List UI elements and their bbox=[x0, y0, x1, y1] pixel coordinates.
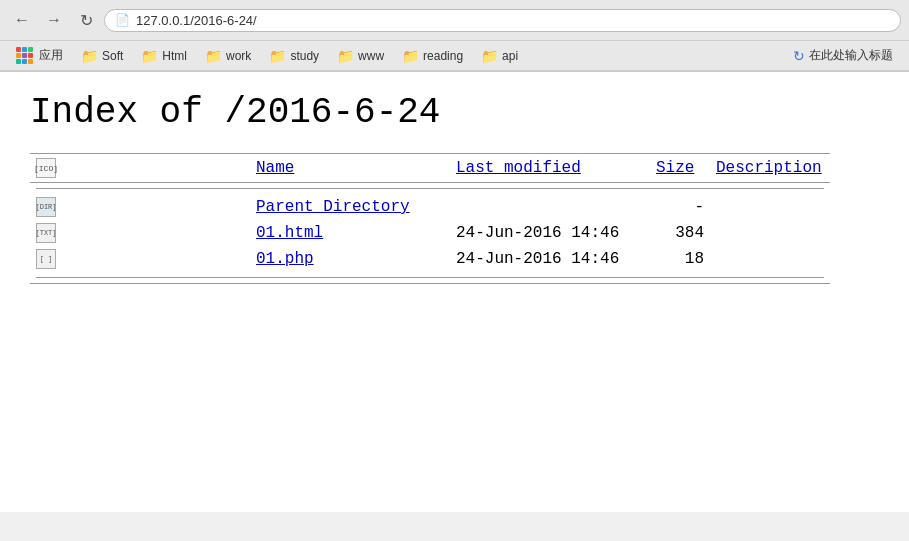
bookmark-apps[interactable]: 应用 bbox=[8, 44, 71, 67]
bookmarks-bar: 应用 📁 Soft 📁 Html 📁 work 📁 study 📁 www 📁 … bbox=[0, 41, 909, 71]
size-sort-link[interactable]: Size bbox=[656, 159, 694, 177]
file-desc-cell bbox=[710, 220, 830, 246]
unknown-icon: [ ] bbox=[36, 249, 56, 269]
nav-bar: ← → ↻ 📄 127.0.0.1/2016-6-24/ bbox=[0, 0, 909, 41]
bookmark-reading[interactable]: 📁 reading bbox=[394, 45, 471, 67]
file-size-cell: 384 bbox=[650, 220, 710, 246]
txt-icon: [TXT] bbox=[36, 223, 56, 243]
table-header-row: [ICO] Name Last modified Size Descriptio… bbox=[30, 154, 830, 183]
bookmark-www[interactable]: 📁 www bbox=[329, 45, 392, 67]
file-modified-cell: 24-Jun-2016 14:46 bbox=[450, 246, 650, 272]
bookmark-soft[interactable]: 📁 Soft bbox=[73, 45, 131, 67]
dir-icon: [DIR] bbox=[36, 197, 56, 217]
parent-directory-link[interactable]: Parent Directory bbox=[256, 198, 410, 216]
modified-sort-link[interactable]: Last modified bbox=[456, 159, 581, 177]
file-desc-cell bbox=[710, 246, 830, 272]
file-name-cell: 01.php bbox=[250, 246, 450, 272]
browser-chrome: ← → ↻ 📄 127.0.0.1/2016-6-24/ 应用 bbox=[0, 0, 909, 72]
folder-icon-api: 📁 bbox=[481, 48, 498, 64]
bookmark-work-label: work bbox=[226, 49, 251, 63]
file-name-cell: 01.html bbox=[250, 220, 450, 246]
folder-icon-study: 📁 bbox=[269, 48, 286, 64]
file-modified-cell bbox=[450, 194, 650, 220]
file-icon-cell: [ ] bbox=[30, 246, 250, 272]
name-sort-link[interactable]: Name bbox=[256, 159, 294, 177]
bookmark-soft-label: Soft bbox=[102, 49, 123, 63]
bookmark-html-label: Html bbox=[162, 49, 187, 63]
file-01html-link[interactable]: 01.html bbox=[256, 224, 323, 242]
directory-table: [ICO] Name Last modified Size Descriptio… bbox=[30, 153, 830, 284]
reload-button[interactable]: ↻ bbox=[72, 6, 100, 34]
description-sort-link[interactable]: Description bbox=[716, 159, 822, 177]
file-modified-cell: 24-Jun-2016 14:46 bbox=[450, 220, 650, 246]
col-header-icon: [ICO] bbox=[30, 154, 250, 183]
folder-icon-work: 📁 bbox=[205, 48, 222, 64]
col-header-name: Name bbox=[250, 154, 450, 183]
bookmark-apps-label: 应用 bbox=[39, 47, 63, 64]
file-icon-cell: [DIR] bbox=[30, 194, 250, 220]
table-row: [TXT] 01.html 24-Jun-2016 14:46 384 bbox=[30, 220, 830, 246]
reload-bookmark-icon: ↻ bbox=[793, 48, 805, 64]
table-row: [DIR] Parent Directory - bbox=[30, 194, 830, 220]
table-separator-2 bbox=[30, 272, 830, 284]
col-header-size: Size bbox=[650, 154, 710, 183]
file-size-cell: 18 bbox=[650, 246, 710, 272]
col-header-modified: Last modified bbox=[450, 154, 650, 183]
bookmark-study-label: study bbox=[290, 49, 319, 63]
address-text: 127.0.0.1/2016-6-24/ bbox=[136, 13, 257, 28]
page-icon: 📄 bbox=[115, 13, 130, 27]
bookmark-special[interactable]: ↻ 在此处输入标题 bbox=[785, 44, 901, 67]
folder-icon-soft: 📁 bbox=[81, 48, 98, 64]
bookmark-study[interactable]: 📁 study bbox=[261, 45, 327, 67]
folder-icon-reading: 📁 bbox=[402, 48, 419, 64]
file-desc-cell bbox=[710, 194, 830, 220]
page-title: Index of /2016-6-24 bbox=[30, 92, 879, 133]
back-button[interactable]: ← bbox=[8, 6, 36, 34]
file-name-cell: Parent Directory bbox=[250, 194, 450, 220]
file-size-cell: - bbox=[650, 194, 710, 220]
folder-icon-www: 📁 bbox=[337, 48, 354, 64]
file-01php-link[interactable]: 01.php bbox=[256, 250, 314, 268]
page-content: Index of /2016-6-24 [ICO] Name Last modi… bbox=[0, 72, 909, 512]
table-row: [ ] 01.php 24-Jun-2016 14:46 18 bbox=[30, 246, 830, 272]
col-header-description: Description bbox=[710, 154, 830, 183]
forward-button[interactable]: → bbox=[40, 6, 68, 34]
bookmark-www-label: www bbox=[358, 49, 384, 63]
bookmark-api-label: api bbox=[502, 49, 518, 63]
folder-icon-html: 📁 bbox=[141, 48, 158, 64]
bookmark-work[interactable]: 📁 work bbox=[197, 45, 259, 67]
bookmark-api[interactable]: 📁 api bbox=[473, 45, 526, 67]
address-bar[interactable]: 📄 127.0.0.1/2016-6-24/ bbox=[104, 9, 901, 32]
bookmark-html[interactable]: 📁 Html bbox=[133, 45, 195, 67]
apps-grid-icon bbox=[16, 47, 33, 64]
header-ico-icon: [ICO] bbox=[36, 158, 56, 178]
table-separator-1 bbox=[30, 183, 830, 195]
bookmark-reading-label: reading bbox=[423, 49, 463, 63]
bookmark-special-label: 在此处输入标题 bbox=[809, 47, 893, 64]
file-icon-cell: [TXT] bbox=[30, 220, 250, 246]
